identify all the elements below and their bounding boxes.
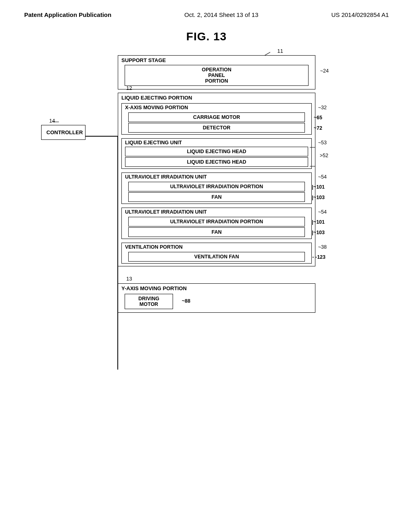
ref-53: ~53 [318,140,327,145]
ref-103b: |~103 [312,230,325,235]
ref-38: ~38 [318,244,327,250]
ref-11: 11 [277,48,283,54]
controller-box: CONTROLLER [41,125,86,140]
ref-65: ~65 [314,115,322,121]
header-date-sheet: Oct. 2, 2014 Sheet 13 of 13 [184,11,258,18]
vent-outer: VENTILATION PORTION ~38 VENTILATION FAN … [121,243,312,264]
ctrl-to-lep-line [86,136,118,137]
controller-label: CONTROLLER [46,129,83,135]
vent-fan-label: VENTILATION FAN [194,254,239,260]
diagram-area: FIG. 13 11 SUPPORT STAGE OPERATIONPANELP… [0,22,413,329]
yaxis-outer: 13 Y-AXIS MOVING PORTION DRIVINGMOTOR ~8… [118,283,315,313]
uv-portion-1-label: ULTRAVIOLET IRRADIATION PORTION [170,184,263,189]
header-publication: Patent Application Publication [24,11,111,18]
ref-101a: |~101 [312,184,325,190]
ref-54b: ~54 [318,209,327,215]
fan-1-box: FAN |~103 [128,192,305,202]
operation-panel-box: OPERATIONPANELPORTION [125,65,309,86]
figure-title: FIG. 13 [24,30,389,43]
leh-group: LIQUID EJECTING HEAD LIQUID EJECTING HEA… [125,147,308,167]
header-patent-number: US 2014/0292854 A1 [331,11,389,18]
ref-13: 13 [126,276,132,282]
driving-motor-box: DRIVINGMOTOR ~88 [125,294,173,309]
operation-panel-label: OPERATIONPANELPORTION [202,67,231,84]
ref-72: ~72 [314,125,322,131]
xaxis-outer: X-AXIS MOVING PORTION ~32 CARRIAGE MOTOR… [121,103,312,135]
vent-label: VENTILATION PORTION [122,243,311,251]
ref-52: >52 [320,153,328,158]
lep-label: LIQUID EJECTING PORTION [118,93,315,102]
detector-box: DETECTOR ~72 [128,123,305,133]
carriage-motor-label: CARRIAGE MOTOR [193,114,240,120]
xaxis-label: X-AXIS MOVING PORTION [122,104,311,112]
uv-portion-2-box: ULTRAVIOLET IRRADIATION PORTION |~101 [128,217,305,227]
leu-label: LIQUID EJECTING UNIT [122,139,311,147]
uv-unit-1-label: ULTRAVIOLET IRRADIATION UNIT [122,173,311,181]
lep-outer: 12 LIQUID EJECTING PORTION X-AXIS MOVING… [118,93,315,266]
main-diagram: 11 SUPPORT STAGE OPERATIONPANELPORTION ~… [41,55,372,313]
leh1-box: LIQUID EJECTING HEAD [125,147,308,156]
uv-portion-2-label: ULTRAVIOLET IRRADIATION PORTION [170,219,263,224]
fan-2-box: FAN |~103 [128,227,305,237]
uv-unit-1-outer: ULTRAVIOLET IRRADIATION UNIT ~54 ULTRAVI… [121,172,312,204]
support-stage-label: SUPPORT STAGE [118,56,315,65]
ref-101b: |~101 [312,219,325,225]
vent-fan-box: VENTILATION FAN - -123 [128,252,305,262]
driving-motor-label: DRIVINGMOTOR [138,296,159,307]
ref-14-line [52,122,59,122]
support-stage-block: SUPPORT STAGE OPERATIONPANELPORTION ~24 [118,55,315,89]
ref-54a: ~54 [318,174,327,180]
ref-24: ~24 [320,68,329,74]
ref-14: 14 [49,118,55,124]
carriage-motor-box: CARRIAGE MOTOR ~65 [128,112,305,122]
ref-32: ~32 [318,105,327,110]
fan-1-label: FAN [212,194,222,200]
leh2-label: LIQUID EJECTING HEAD [187,159,246,165]
yaxis-label: Y-AXIS MOVING PORTION [118,284,315,293]
ref-103a: |~103 [312,195,325,200]
page-header: Patent Application Publication Oct. 2, 2… [0,0,413,22]
ref-12: 12 [126,85,132,91]
detector-label: DETECTOR [203,125,231,131]
uv-unit-2-label: ULTRAVIOLET IRRADIATION UNIT [122,208,311,216]
middle-section: 14 CONTROLLER 12 LIQUID EJECTING PORTION… [41,93,372,274]
leh2-box: LIQUID EJECTING HEAD [125,157,308,167]
uv-unit-2-outer: ULTRAVIOLET IRRADIATION UNIT ~54 ULTRAVI… [121,208,312,239]
ref-123: - -123 [312,254,325,260]
leh1-label: LIQUID EJECTING HEAD [187,149,246,154]
ref-88: ~88 [182,298,190,304]
fan-2-label: FAN [212,229,222,235]
leh-bracket [310,147,315,167]
leu-outer: LIQUID EJECTING UNIT ~53 LIQUID EJECTING… [121,138,312,169]
uv-portion-1-box: ULTRAVIOLET IRRADIATION PORTION |~101 [128,182,305,191]
